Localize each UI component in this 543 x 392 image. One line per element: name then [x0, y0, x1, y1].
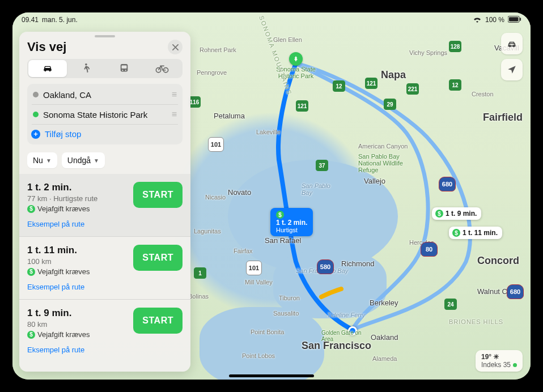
route-badge-alt2[interactable]: $ 1 t. 11 min.	[449, 227, 502, 239]
label-berkeley: Berkeley	[370, 299, 398, 307]
route-card-3[interactable]: 1 t. 9 min. 80 km $Vejafgift kræves Ekse…	[19, 299, 190, 362]
shield-ca12: 12	[333, 80, 345, 92]
route-preview-link[interactable]: Eksempel på rute	[27, 346, 90, 354]
weather-index: Indeks 35	[481, 361, 517, 369]
car-icon	[41, 63, 54, 74]
locate-button[interactable]	[501, 59, 523, 80]
label-sanrafael: San Rafael	[265, 236, 301, 245]
route-time: 1 t. 2 min.	[27, 182, 97, 193]
svg-point-5	[44, 70, 46, 71]
svg-point-7	[85, 63, 87, 66]
label-fairfield: Fairfield	[483, 112, 523, 123]
route-badge-primary[interactable]: $ 1 t. 2 min. Hurtigst	[270, 208, 313, 236]
mode-transit[interactable]	[105, 60, 143, 77]
reorder-handle-icon[interactable]: ≡	[172, 109, 177, 120]
add-stop-button[interactable]: + Tilføj stop	[32, 124, 178, 143]
label-americancanyon: American Canyon	[358, 143, 408, 150]
reorder-handle-icon[interactable]: ≡	[172, 90, 177, 100]
route-sub: 77 km · Hurtigste rute	[27, 194, 97, 203]
route-time: 1 t. 9 min.	[27, 308, 90, 319]
shield-ca24: 24	[444, 299, 457, 310]
shield-ca29: 29	[384, 99, 396, 110]
destination-pin[interactable]	[289, 52, 303, 66]
stop-to-label: Sonoma State Historic Park	[43, 110, 167, 120]
stop-from-label: Oakland, CA	[43, 90, 167, 100]
depart-now-button[interactable]: Nu ▼	[27, 152, 57, 168]
route-sub: 80 km	[27, 320, 90, 329]
label-rohnertpark: Rohnert Park	[200, 46, 236, 53]
stop-from[interactable]: Oakland, CA ≡	[32, 85, 178, 104]
label-napa: Napa	[381, 69, 406, 81]
label-fairfax: Fairfax	[234, 248, 253, 254]
close-button[interactable]	[168, 40, 183, 54]
label-sausalito: Sausalito	[273, 310, 299, 317]
label-lagunitas: Lagunitas	[194, 228, 221, 235]
label-concord: Concord	[477, 255, 519, 267]
route-card-2[interactable]: 1 t. 11 min. 100 km $Vejafgift kræves Ek…	[19, 236, 190, 299]
toll-icon: $	[27, 268, 35, 276]
label-pointlobos: Point Lobos	[242, 352, 275, 359]
walk-icon	[82, 63, 90, 74]
label-sanpablobay: San Pablo Bay	[302, 182, 341, 196]
panel-title: Vis vej	[27, 40, 66, 54]
car-icon	[506, 38, 517, 49]
route-preview-link[interactable]: Eksempel på rute	[27, 283, 90, 291]
toll-icon: $	[452, 229, 460, 237]
label-tidelineferry: Tideline Ferry	[327, 312, 365, 318]
shield-ca128: 128	[449, 41, 461, 52]
shield-ca37: 37	[316, 160, 328, 171]
device-frame: Sonoma State Historic Park $ 1 t. 2 min.…	[0, 0, 543, 392]
map-mode-button[interactable]	[501, 33, 523, 54]
route-toll: Vejafgift kræves	[37, 267, 90, 276]
battery-icon	[508, 16, 521, 24]
depart-now-label: Nu	[33, 156, 43, 165]
chevron-down-icon: ▼	[46, 157, 52, 164]
weather-chip[interactable]: 19° ☀ Indeks 35	[476, 350, 523, 372]
shield-i680-2: 680	[507, 284, 524, 299]
battery-text: 100 %	[485, 16, 504, 24]
toll-icon: $	[435, 210, 443, 218]
shield-ca221: 221	[406, 83, 419, 95]
route-badge-alt1[interactable]: $ 1 t. 9 min.	[432, 207, 481, 220]
label-bolinas: Bolinas	[188, 293, 209, 300]
toll-icon: $	[276, 211, 284, 219]
route-options: Nu ▼ Undgå ▼	[19, 148, 190, 174]
origin-dot-icon	[33, 92, 39, 97]
start-button[interactable]: START	[133, 308, 183, 334]
status-bar: 09.41 man. 5. jun. 100 %	[12, 12, 531, 26]
shield-us101: 101	[246, 261, 262, 275]
mode-bike[interactable]	[143, 60, 182, 77]
transit-icon	[119, 63, 129, 74]
directions-panel: Vis vej	[19, 32, 190, 372]
badge-time: 1 t. 11 min.	[463, 229, 498, 237]
avoid-label: Undgå	[67, 156, 91, 165]
wifi-icon	[473, 16, 482, 24]
route-card-1[interactable]: 1 t. 2 min. 77 km · Hurtigste rute $Veja…	[19, 174, 190, 236]
start-button[interactable]: START	[133, 245, 183, 271]
toll-icon: $	[27, 331, 35, 339]
bike-icon	[155, 63, 169, 74]
route-preview-link[interactable]: Eksempel på rute	[27, 220, 97, 228]
close-icon	[172, 44, 179, 50]
route-toll: Vejafgift kræves	[37, 204, 90, 213]
home-indicator[interactable]	[229, 374, 314, 377]
chevron-down-icon: ▼	[94, 157, 99, 164]
stop-to[interactable]: Sonoma State Historic Park ≡	[32, 104, 178, 124]
badge-time: 1 t. 2 min.	[276, 219, 307, 227]
label-vallejo: Vallejo	[364, 177, 385, 185]
mode-car[interactable]	[28, 60, 67, 77]
start-button[interactable]: START	[133, 182, 183, 208]
route-sub: 100 km	[27, 257, 90, 266]
label-petaluma: Petaluma	[214, 112, 245, 120]
shield-ca121: 121	[296, 100, 308, 112]
destination-dot-icon	[33, 112, 39, 117]
label-glenellen: Glen Ellen	[273, 36, 302, 43]
mode-walk[interactable]	[67, 60, 105, 77]
panel-grabber[interactable]	[95, 35, 115, 37]
label-creston: Creston	[472, 91, 494, 97]
status-time: 09.41	[22, 16, 39, 24]
svg-rect-3	[509, 17, 519, 21]
shield-ca121-2: 121	[365, 78, 377, 89]
label-briones: BRIONES HILLS	[449, 318, 503, 325]
avoid-button[interactable]: Undgå ▼	[62, 152, 105, 168]
